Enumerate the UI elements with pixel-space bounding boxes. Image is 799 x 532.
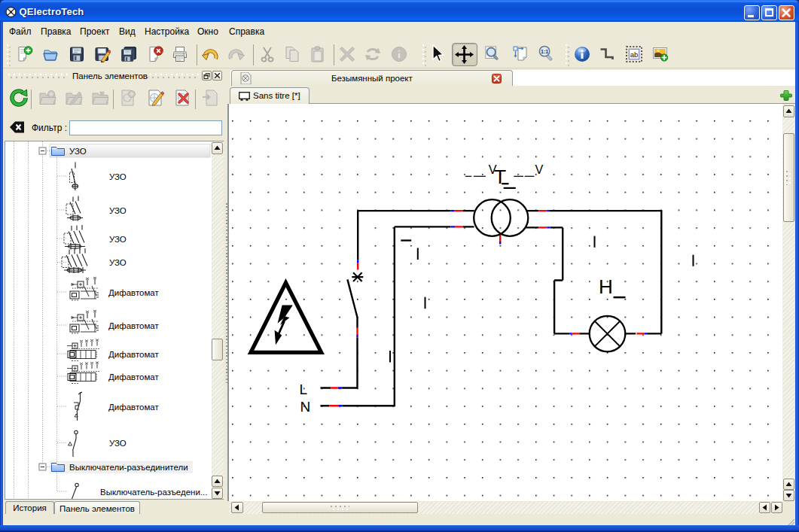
svg-text:Дифавтомат: Дифавтомат: [108, 321, 160, 330]
svg-text:Дифавтомат: Дифавтомат: [108, 403, 160, 412]
svg-text:УЗО: УЗО: [109, 206, 127, 215]
svg-text:L: L: [300, 382, 308, 397]
svg-text:N: N: [300, 399, 311, 415]
svg-text:УЗО: УЗО: [109, 439, 127, 448]
svg-text:T: T: [494, 166, 506, 188]
svg-text:Выключатели-разъединители: Выключатели-разъединители: [69, 463, 188, 472]
svg-text:ab: ab: [630, 50, 639, 59]
svg-text:Дифавтомат: Дифавтомат: [108, 350, 160, 359]
svg-text:V: V: [535, 163, 544, 176]
svg-text:1:1: 1:1: [541, 49, 548, 55]
svg-text:УЗО: УЗО: [109, 258, 127, 267]
svg-text:Дифавтомат: Дифавтомат: [108, 372, 160, 382]
svg-text:H: H: [599, 275, 613, 298]
svg-text:УЗО: УЗО: [109, 235, 127, 244]
svg-text:Дифавтомат: Дифавтомат: [108, 288, 160, 297]
svg-text:УЗО: УЗО: [69, 147, 87, 156]
svg-text:УЗО: УЗО: [109, 172, 127, 181]
svg-text:Выключатель-разъедени...: Выключатель-разъедени...: [100, 488, 207, 497]
